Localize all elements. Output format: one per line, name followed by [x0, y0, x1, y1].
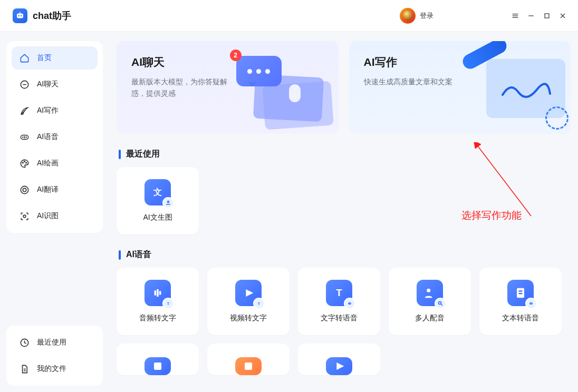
sidebar-item-label: AI语音	[37, 132, 59, 142]
sidebar-item-vision[interactable]: AI识图	[12, 204, 98, 228]
svg-point-21	[21, 186, 28, 193]
tool-card-partial-1[interactable]	[117, 344, 199, 375]
sidebar-item-label: AI绘画	[37, 159, 59, 168]
svg-point-2	[21, 15, 22, 16]
tool-label: 多人配音	[415, 313, 445, 323]
sidebar-item-voice[interactable]: AI语音	[12, 125, 98, 149]
tool-card-text-to-audio[interactable]: 文本转语音	[479, 268, 562, 335]
login-button[interactable]: 登录	[420, 11, 434, 21]
translate-icon	[19, 184, 30, 195]
sidebar: 首页 AI聊天 AI写作 AI语音 AI绘画 AI翻译	[0, 32, 109, 392]
avatar[interactable]	[400, 8, 416, 24]
svg-rect-3	[20, 12, 21, 13]
section-title: AI语音	[126, 249, 151, 260]
sidebar-item-translate[interactable]: AI翻译	[12, 178, 98, 201]
sidebar-item-paint[interactable]: AI绘画	[12, 152, 98, 175]
audio-to-text-icon: T	[144, 280, 171, 306]
tool-icon	[144, 357, 171, 375]
svg-rect-49	[245, 362, 252, 370]
file-icon	[19, 364, 30, 374]
svg-point-19	[24, 161, 25, 162]
menu-icon[interactable]	[507, 8, 523, 24]
tool-card-multi-voice[interactable]: 多人配音	[389, 268, 471, 335]
svg-text:T: T	[167, 302, 170, 306]
svg-rect-43	[519, 290, 523, 291]
scan-icon	[19, 211, 30, 221]
text-to-audio-icon	[507, 280, 534, 306]
home-icon	[19, 53, 30, 63]
sidebar-item-label: AI写作	[37, 106, 59, 115]
tool-label: 文字转语音	[321, 313, 358, 323]
tool-label: AI文生图	[143, 213, 172, 222]
history-icon	[19, 337, 30, 348]
sidebar-item-label: 首页	[37, 53, 52, 63]
minimize-icon[interactable]	[523, 8, 539, 24]
close-icon[interactable]	[555, 8, 571, 24]
svg-rect-8	[545, 14, 549, 18]
tool-card-text-to-speech[interactable]: T 文字转语音	[298, 268, 380, 335]
text-to-speech-icon: T	[326, 280, 352, 306]
sidebar-item-label: AI翻译	[37, 185, 59, 194]
svg-marker-33	[246, 289, 253, 297]
sidebar-item-label: AI识图	[37, 211, 59, 221]
sidebar-item-recent[interactable]: 最近使用	[12, 331, 98, 354]
titlebar: chat助手 登录	[0, 0, 578, 32]
svg-point-1	[18, 15, 20, 16]
svg-point-40	[439, 302, 441, 305]
app-title: chat助手	[33, 9, 71, 22]
hero-desc: 最新版本大模型，为你答疑解惑，提供灵感	[131, 76, 232, 100]
tool-card-text2image[interactable]: 文 AI文生图	[117, 167, 199, 234]
feather-icon	[19, 105, 30, 116]
audio-icon	[19, 132, 30, 142]
svg-point-20	[25, 162, 26, 163]
svg-text:T: T	[336, 287, 342, 298]
app-logo-icon	[13, 8, 27, 23]
svg-line-41	[441, 305, 443, 306]
sidebar-item-files[interactable]: 我的文件	[12, 357, 98, 380]
chat-illustration: 2	[226, 46, 336, 131]
tool-card-audio-to-text[interactable]: T 音频转文字	[117, 268, 199, 335]
svg-point-28	[168, 201, 169, 203]
sidebar-item-label: 我的文件	[37, 364, 66, 374]
svg-marker-50	[336, 362, 344, 370]
maximize-icon[interactable]	[539, 8, 555, 24]
hero-card-ai-chat[interactable]: AI聊天 最新版本大模型，为你答疑解惑，提供灵感 2	[117, 41, 339, 134]
svg-rect-44	[519, 293, 523, 294]
svg-rect-0	[17, 13, 23, 18]
text2image-icon: 文	[144, 179, 171, 205]
notification-badge: 2	[230, 50, 242, 61]
sidebar-item-label: AI聊天	[37, 80, 59, 89]
tool-icon	[235, 357, 262, 375]
write-illustration	[458, 46, 569, 131]
palette-icon	[19, 158, 30, 169]
section-header-recent: 最近使用	[119, 149, 571, 160]
svg-point-18	[22, 162, 23, 163]
sidebar-item-write[interactable]: AI写作	[12, 99, 98, 122]
video-to-text-icon: T	[235, 280, 262, 306]
tool-label: 文本转语音	[502, 313, 539, 323]
section-header-voice: AI语音	[119, 249, 571, 260]
tool-icon	[326, 357, 352, 375]
hero-card-ai-write[interactable]: AI写作 快速生成高质量文章和文案	[349, 41, 571, 134]
tool-label: 视频转文字	[230, 313, 267, 323]
svg-text:文: 文	[153, 187, 162, 197]
sidebar-item-home[interactable]: 首页	[12, 46, 98, 70]
svg-text:T: T	[258, 302, 261, 306]
hero-desc: 快速生成高质量文章和文案	[364, 76, 464, 87]
tool-card-partial-2[interactable]	[207, 344, 290, 375]
multi-voice-icon	[417, 280, 443, 306]
svg-rect-48	[154, 362, 161, 370]
sidebar-item-chat[interactable]: AI聊天	[12, 73, 98, 96]
tool-label: 音频转文字	[139, 313, 176, 323]
svg-point-22	[23, 188, 26, 191]
section-title: 最近使用	[126, 149, 160, 160]
tool-card-partial-3[interactable]	[298, 344, 380, 375]
svg-point-23	[23, 215, 26, 218]
sidebar-item-label: 最近使用	[37, 338, 66, 347]
svg-point-39	[427, 289, 430, 292]
tool-card-video-to-text[interactable]: T 视频转文字	[207, 268, 290, 335]
main-content: AI聊天 最新版本大模型，为你答疑解惑，提供灵感 2 AI写作 快速生成高质量文…	[109, 32, 578, 392]
chat-icon	[19, 79, 30, 90]
